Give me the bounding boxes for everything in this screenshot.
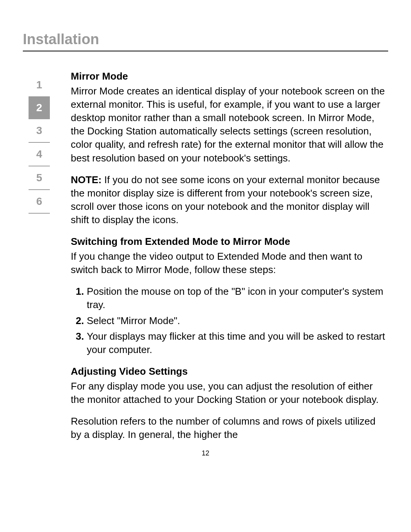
paragraph-adjusting-2: Resolution refers to the number of colum… xyxy=(71,415,388,441)
section-tab-5[interactable]: 5 xyxy=(29,166,50,190)
step-item: Select "Mirror Mode". xyxy=(87,314,388,328)
section-tab-2[interactable]: 2 xyxy=(29,96,50,119)
section-tab-4[interactable]: 4 xyxy=(29,143,50,166)
body-row: 1 2 3 4 5 6 Mirror Mode Mirror Mode crea… xyxy=(23,70,388,450)
section-tab-strip: 1 2 3 4 5 6 xyxy=(23,70,56,450)
paragraph-mirror-body: Mirror Mode creates an identical display… xyxy=(71,85,388,165)
title-rule xyxy=(23,51,388,51)
page-number: 12 xyxy=(0,449,411,457)
section-tab-6[interactable]: 6 xyxy=(29,190,50,214)
document-page: Installation 1 2 3 4 5 6 Mirror Mode Mir… xyxy=(0,0,411,532)
step-item: Your displays may flicker at this time a… xyxy=(87,330,388,356)
section-tab-1[interactable]: 1 xyxy=(29,73,50,96)
note-body: If you do not see some icons on your ext… xyxy=(71,174,380,225)
page-content: Mirror Mode Mirror Mode creates an ident… xyxy=(56,70,388,450)
section-tab-3[interactable]: 3 xyxy=(29,119,50,143)
heading-adjusting: Adjusting Video Settings xyxy=(71,365,388,378)
note-label: NOTE: xyxy=(71,174,102,185)
step-item: Position the mouse on top of the "B" ico… xyxy=(87,285,388,312)
chapter-title: Installation xyxy=(23,31,388,48)
heading-mirror-mode: Mirror Mode xyxy=(71,70,388,83)
steps-list: Position the mouse on top of the "B" ico… xyxy=(71,285,388,356)
paragraph-mirror-note: NOTE: If you do not see some icons on yo… xyxy=(71,173,388,227)
paragraph-switching-intro: If you change the video output to Extend… xyxy=(71,250,388,276)
heading-switching: Switching from Extended Mode to Mirror M… xyxy=(71,235,388,248)
paragraph-adjusting-1: For any display mode you use, you can ad… xyxy=(71,380,388,406)
